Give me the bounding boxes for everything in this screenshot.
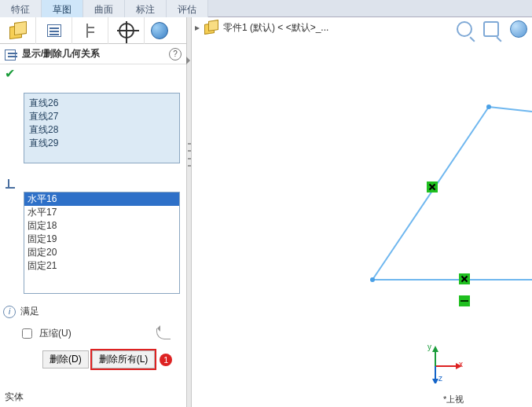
splitter-grip-icon: [188, 143, 191, 167]
panel-title: 显示/删除几何关系: [22, 47, 169, 60]
fm-tab-model[interactable]: [0, 17, 36, 44]
svg-marker-8: [432, 379, 438, 383]
tab-sketch[interactable]: 草图: [42, 0, 83, 17]
relations-icon: [5, 48, 17, 60]
relation-item[interactable]: 固定19: [24, 233, 179, 246]
feature-manager-tabs: [0, 17, 186, 44]
entity-item[interactable]: 直线26: [28, 97, 176, 110]
suppress-label: 压缩(U): [39, 327, 72, 340]
fm-tab-property[interactable]: [36, 17, 72, 44]
left-panel: 显示/删除几何关系 ✔ 直线26 直线27 直线28 直线29 水平16 水平1…: [0, 17, 187, 407]
top-tabbar: 特征 草图 曲面 标注 评估: [0, 0, 532, 17]
fm-tab-display[interactable]: [145, 17, 186, 44]
svg-marker-10: [432, 346, 438, 352]
delete-button[interactable]: 删除(D): [42, 350, 89, 368]
axis-z-label: z: [438, 374, 442, 383]
sketch-relation-marker[interactable]: [459, 273, 470, 284]
undo-button[interactable]: [156, 328, 171, 339]
svg-point-3: [486, 104, 491, 109]
relations-header: [5, 176, 186, 190]
list-icon: [47, 24, 61, 37]
callout-badge: 1: [160, 354, 172, 366]
entity-item[interactable]: 直线28: [28, 123, 176, 137]
tree-icon: [83, 24, 97, 38]
entity-item[interactable]: 直线27: [28, 110, 176, 123]
tab-annotate[interactable]: 标注: [125, 0, 167, 17]
view-name-label: *上视: [443, 394, 464, 405]
sketch-relation-marker[interactable]: [459, 295, 470, 306]
svg-line-2: [489, 107, 532, 112]
entity-item[interactable]: 直线29: [28, 137, 176, 150]
sketch-relation-marker[interactable]: [427, 182, 438, 192]
relation-item[interactable]: 固定20: [24, 246, 179, 259]
relation-item[interactable]: 水平16: [24, 192, 179, 206]
svg-line-1: [372, 107, 489, 280]
fm-tab-config[interactable]: [72, 17, 108, 44]
viewport[interactable]: ▸ 零件1 (默认) < <默认>_...: [192, 17, 532, 407]
button-row: 删除(D) 删除所有(L) 1: [42, 350, 186, 368]
globe-icon: [151, 22, 168, 39]
sketch-canvas: [192, 17, 532, 407]
relation-item[interactable]: 固定21: [24, 259, 179, 273]
axis-y-label: y: [427, 343, 431, 351]
status-row: 满足: [3, 305, 186, 318]
axis-x-label: x: [459, 360, 463, 368]
perpendicular-icon: [5, 177, 17, 189]
suppress-row: 压缩(U): [19, 326, 186, 341]
info-icon: [3, 306, 16, 318]
footer-entity-label: 实体: [5, 390, 24, 404]
relation-item[interactable]: 固定18: [24, 219, 179, 233]
tab-features[interactable]: 特征: [0, 0, 42, 17]
fm-tab-dimxpert[interactable]: [108, 17, 145, 44]
cube-icon: [9, 22, 27, 39]
svg-point-4: [370, 277, 375, 282]
panel-header: 显示/删除几何关系: [0, 44, 186, 64]
ok-button[interactable]: ✔: [5, 66, 15, 81]
target-icon: [119, 23, 134, 38]
suppress-checkbox[interactable]: [22, 328, 32, 339]
relations-listbox[interactable]: 水平16 水平17 固定18 固定19 固定20 固定21: [24, 192, 180, 294]
tab-surfaces[interactable]: 曲面: [83, 0, 125, 17]
tab-evaluate[interactable]: 评估: [167, 0, 208, 17]
status-label: 满足: [20, 305, 39, 318]
relation-item[interactable]: 水平17: [24, 206, 179, 219]
help-button[interactable]: [169, 48, 182, 60]
entities-listbox[interactable]: 直线26 直线27 直线28 直线29: [24, 93, 180, 163]
origin-triad: x y z: [424, 344, 464, 383]
delete-all-button[interactable]: 删除所有(L): [92, 350, 156, 368]
